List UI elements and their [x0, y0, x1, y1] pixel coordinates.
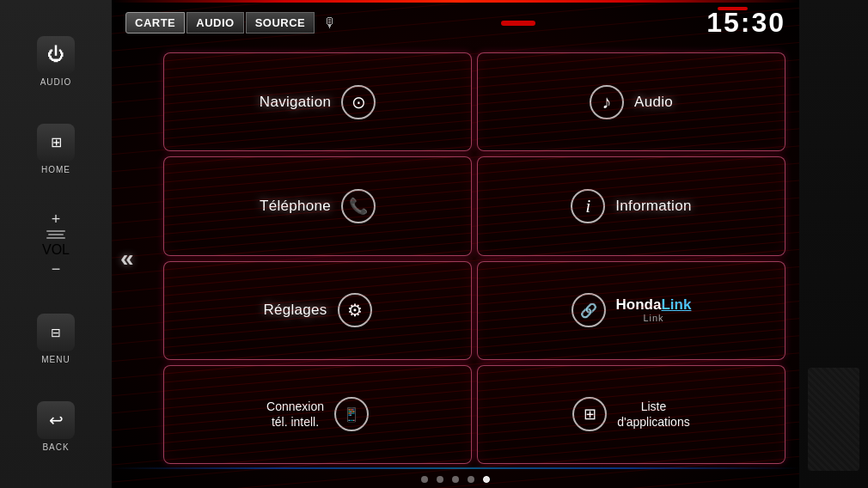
reglages-button[interactable]: Réglages ⚙: [163, 261, 472, 360]
information-label: Information: [615, 198, 691, 215]
audio-label: AUDIO: [40, 77, 72, 87]
liste-apps-button[interactable]: ⊞ Liste d'applications: [477, 365, 785, 464]
page-dots: [112, 471, 799, 488]
mic-icon: 🎙: [323, 15, 337, 31]
telephone-button[interactable]: Téléphone 📞: [163, 156, 472, 255]
dot-2[interactable]: [437, 476, 443, 483]
information-icon: i: [571, 189, 605, 223]
dot-3[interactable]: [452, 476, 459, 483]
liste-apps-icon: ⊞: [572, 397, 607, 431]
outer-shell: ⏻ AUDIO ⊞ HOME + VOL − ⊟ MENU ↩ BACK: [0, 0, 868, 488]
navigation-button[interactable]: Navigation ⊙: [163, 52, 472, 151]
home-icon: ⊞: [37, 124, 75, 162]
volume-icon: [46, 230, 65, 239]
hondalink-brand: HondaLink: [616, 297, 692, 314]
back-icon: ↩: [37, 401, 75, 439]
dot-1[interactable]: [421, 476, 428, 483]
liste-apps-label: Liste d'applications: [617, 399, 689, 430]
left-panel: ⏻ AUDIO ⊞ HOME + VOL − ⊟ MENU ↩ BACK: [0, 0, 112, 488]
reglages-label: Réglages: [263, 302, 327, 319]
hondalink-text: HondaLink Link: [616, 297, 692, 324]
tab-source[interactable]: SOURCE: [246, 12, 315, 34]
information-button[interactable]: i Information: [477, 156, 785, 255]
audio-button[interactable]: ⏻ AUDIO: [37, 36, 75, 87]
home-label: HOME: [41, 165, 70, 174]
back-arrows-button[interactable]: «: [120, 245, 134, 272]
dot-5-active[interactable]: [483, 476, 490, 483]
red-stripe-right: [501, 21, 535, 26]
hondalink-sub: Link: [643, 313, 663, 323]
dot-4[interactable]: [468, 476, 474, 483]
clock-display: 15:30: [706, 7, 785, 39]
connexion-button[interactable]: Connexion tél. intell. 📱: [163, 365, 472, 464]
hondalink-button[interactable]: 🔗 HondaLink Link: [477, 261, 785, 360]
tab-group: CARTE AUDIO SOURCE 🎙: [125, 12, 337, 34]
volume-group: + VOL −: [42, 211, 70, 277]
connexion-icon: 📱: [334, 397, 369, 431]
back-label: BACK: [42, 442, 69, 452]
audio-menu-label: Audio: [634, 94, 673, 111]
telephone-label: Téléphone: [260, 198, 331, 215]
navigation-icon: ⊙: [341, 85, 376, 119]
main-screen: CARTE AUDIO SOURCE 🎙 15:30 « Navigation …: [112, 0, 799, 488]
tab-audio[interactable]: AUDIO: [186, 12, 243, 34]
back-button[interactable]: ↩ BACK: [37, 401, 75, 452]
power-icon: ⏻: [37, 36, 75, 74]
volume-up-button[interactable]: +: [52, 211, 61, 227]
reglages-icon: ⚙: [338, 293, 372, 327]
menu-grid: « Navigation ⊙ ♪ Audio Téléphone 📞 i Inf…: [112, 46, 799, 471]
connexion-label: Connexion tél. intell.: [266, 399, 324, 430]
menu-icon: ⊟: [37, 314, 75, 351]
vol-label: VOL: [42, 242, 70, 258]
top-bar: CARTE AUDIO SOURCE 🎙 15:30: [112, 0, 799, 46]
audio-icon: ♪: [590, 85, 624, 119]
right-panel-texture: [808, 368, 859, 471]
audio-menu-button[interactable]: ♪ Audio: [477, 52, 785, 151]
navigation-label: Navigation: [260, 94, 331, 111]
menu-button[interactable]: ⊟ MENU: [37, 314, 75, 364]
volume-down-button[interactable]: −: [52, 261, 61, 277]
bottom-blue-accent: [112, 467, 799, 469]
tab-carte[interactable]: CARTE: [125, 12, 185, 34]
right-panel: [799, 0, 868, 488]
hondalink-icon: 🔗: [572, 293, 606, 327]
menu-label: MENU: [41, 355, 70, 364]
home-button[interactable]: ⊞ HOME: [37, 124, 75, 174]
telephone-icon: 📞: [341, 189, 376, 223]
